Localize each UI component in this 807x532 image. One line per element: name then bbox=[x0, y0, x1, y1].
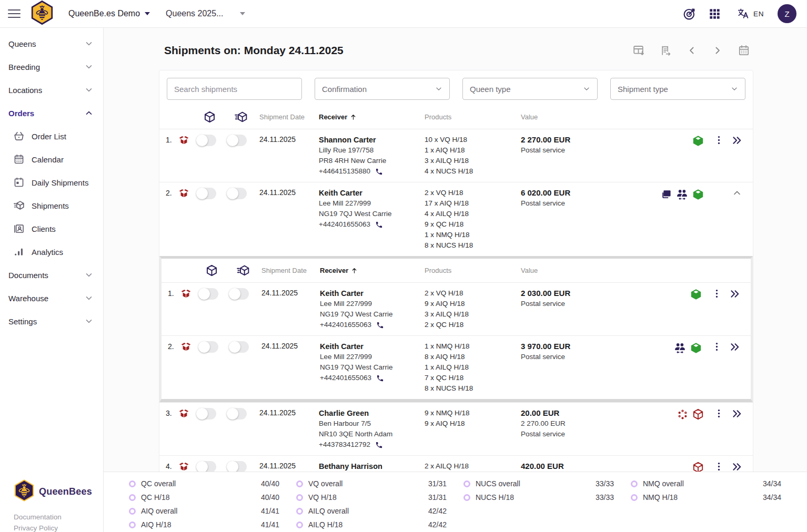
green-cube-icon bbox=[692, 135, 704, 147]
translate-icon[interactable] bbox=[737, 7, 750, 20]
phone-icon[interactable] bbox=[375, 219, 383, 230]
open-details-icon[interactable] bbox=[729, 341, 741, 353]
shipped-toggle[interactable] bbox=[227, 461, 247, 472]
sidebar-item-queens[interactable]: Queens bbox=[0, 32, 103, 55]
calendar-icon[interactable] bbox=[738, 44, 750, 57]
chevron-down-icon bbox=[84, 39, 94, 48]
phone-icon[interactable] bbox=[375, 439, 383, 450]
stat-item: NUCS H/1833/33 bbox=[463, 490, 614, 504]
col-receiver[interactable]: Receiver bbox=[319, 113, 425, 121]
shipment-date: 24.11.2025 bbox=[261, 341, 320, 350]
open-details-icon[interactable] bbox=[729, 288, 741, 300]
collapse-row-icon[interactable] bbox=[731, 188, 743, 198]
open-box-icon bbox=[180, 341, 196, 352]
chevron-down-icon bbox=[84, 316, 94, 326]
apps-grid-icon[interactable] bbox=[708, 7, 721, 21]
brand-name: QueenBees bbox=[39, 486, 92, 497]
packed-toggle[interactable] bbox=[198, 341, 218, 353]
col-receiver[interactable]: Receiver bbox=[320, 267, 425, 274]
documentation-link[interactable]: Documentation bbox=[14, 511, 103, 523]
menu-icon[interactable] bbox=[7, 8, 21, 19]
target-icon[interactable] bbox=[682, 7, 697, 21]
sidebar-item-daily-shipments[interactable]: Daily Shipments bbox=[0, 171, 103, 194]
open-box-icon bbox=[178, 135, 194, 146]
packed-toggle[interactable] bbox=[196, 188, 216, 199]
open-details-icon[interactable] bbox=[731, 408, 743, 420]
products-cell: 10 x VQ H/18 1 x AIQ H/18 3 x AILQ H/18 … bbox=[425, 135, 521, 177]
kebab-menu-icon[interactable] bbox=[711, 341, 722, 352]
org-menu[interactable]: QueenBe.es Demo bbox=[68, 9, 150, 18]
sidebar-item-orders[interactable]: Orders bbox=[0, 101, 103, 125]
shipment-date: 24.11.2025 bbox=[261, 288, 320, 297]
avatar[interactable]: Z bbox=[778, 4, 796, 23]
phone-icon[interactable] bbox=[376, 320, 384, 330]
chevron-left-icon[interactable] bbox=[686, 45, 698, 56]
confirmation-select[interactable]: Confirmation bbox=[315, 78, 450, 100]
stat-item: QC overall40/40 bbox=[129, 477, 279, 490]
package-cube-icon bbox=[194, 110, 225, 124]
products-cell: 1 x NMQ H/18 8 x AIQ H/18 1 x AILQ H/18 … bbox=[425, 341, 521, 394]
shipped-toggle[interactable] bbox=[227, 408, 247, 420]
chevron-down-icon bbox=[84, 62, 94, 71]
sidebar-item-breeding[interactable]: Breeding bbox=[0, 55, 103, 78]
phone-icon[interactable] bbox=[375, 166, 383, 177]
sidebar-item-order-list[interactable]: Order List bbox=[0, 125, 103, 148]
phone-icon[interactable] bbox=[376, 373, 384, 383]
stat-item: VQ overall31/31 bbox=[296, 477, 447, 490]
sidebar-item-settings[interactable]: Settings bbox=[0, 310, 103, 333]
row-number: 2. bbox=[165, 188, 178, 197]
calendar-day-icon bbox=[13, 177, 25, 188]
sidebar-item-documents[interactable]: Documents bbox=[0, 263, 103, 287]
row-number: 1. bbox=[167, 288, 180, 298]
open-details-icon[interactable] bbox=[731, 135, 743, 146]
stat-item: AILQ H/1842/42 bbox=[296, 518, 447, 531]
chevron-down-icon bbox=[240, 12, 245, 15]
season-menu[interactable]: Queens 2025... bbox=[166, 9, 245, 18]
season-name: Queens 2025... bbox=[166, 9, 223, 18]
export-receipt-icon[interactable] bbox=[659, 44, 672, 57]
sidebar-item-locations[interactable]: Locations bbox=[0, 78, 103, 101]
chevron-down-icon bbox=[145, 12, 150, 15]
sidebar-item-analytics[interactable]: Analytics bbox=[0, 240, 103, 263]
sidebar-item-calendar[interactable]: Calendar bbox=[0, 148, 103, 171]
language-label[interactable]: EN bbox=[753, 10, 764, 18]
products-cell: 2 x AILQ H/18 bbox=[425, 461, 521, 472]
open-details-icon[interactable] bbox=[731, 461, 743, 472]
shipped-toggle[interactable] bbox=[227, 135, 247, 146]
packed-toggle[interactable] bbox=[196, 408, 216, 420]
search-input[interactable] bbox=[174, 85, 295, 94]
export-table-icon[interactable] bbox=[632, 44, 645, 57]
ring-icon bbox=[631, 494, 638, 501]
receiver-cell: Keith Carter Lee Mill 227/999 NG19 7QJ W… bbox=[319, 188, 425, 230]
products-cell: 2 x VQ H/18 9 x AIQ H/18 3 x AILQ H/18 2… bbox=[425, 288, 521, 330]
privacy-policy-link[interactable]: Privacy Policy bbox=[14, 523, 103, 532]
col-products: Products bbox=[425, 113, 521, 121]
shipped-toggle[interactable] bbox=[227, 188, 247, 199]
shipment-type-select[interactable]: Shipment type bbox=[610, 78, 745, 100]
kebab-menu-icon[interactable] bbox=[713, 135, 724, 146]
sidebar-item-clients[interactable]: Clients bbox=[0, 217, 103, 240]
kebab-menu-icon[interactable] bbox=[713, 461, 724, 472]
ring-icon bbox=[129, 494, 136, 501]
search-shipments-field[interactable] bbox=[167, 78, 302, 100]
packed-toggle[interactable] bbox=[196, 461, 216, 472]
packed-toggle[interactable] bbox=[198, 288, 218, 300]
sidebar-item-shipments[interactable]: Shipments bbox=[0, 194, 103, 217]
shipped-toggle[interactable] bbox=[229, 341, 249, 353]
shipped-toggle[interactable] bbox=[229, 288, 249, 300]
kebab-menu-icon[interactable] bbox=[713, 408, 724, 419]
packed-toggle[interactable] bbox=[196, 135, 216, 146]
chevron-right-icon[interactable] bbox=[712, 45, 723, 56]
stat-item: NMQ H/1834/34 bbox=[631, 490, 781, 504]
receiver-cell: Bethany Harrison bbox=[319, 461, 425, 472]
value-cell: 20.00 EUR 2 270.00 EUR Postal service bbox=[521, 408, 621, 439]
stat-item: AIQ H/1841/41 bbox=[129, 518, 279, 531]
shipment-date: 24.11.2025 bbox=[259, 461, 319, 470]
queen-type-select[interactable]: Queen type bbox=[462, 78, 598, 100]
sidebar-item-warehouse[interactable]: Warehouse bbox=[0, 287, 103, 310]
row-number: 4. bbox=[165, 461, 178, 470]
value-cell: 3 970.00 EUR Postal service bbox=[521, 341, 621, 362]
sort-asc-icon bbox=[350, 267, 358, 274]
green-cube-icon bbox=[692, 188, 704, 201]
kebab-menu-icon[interactable] bbox=[711, 288, 722, 299]
